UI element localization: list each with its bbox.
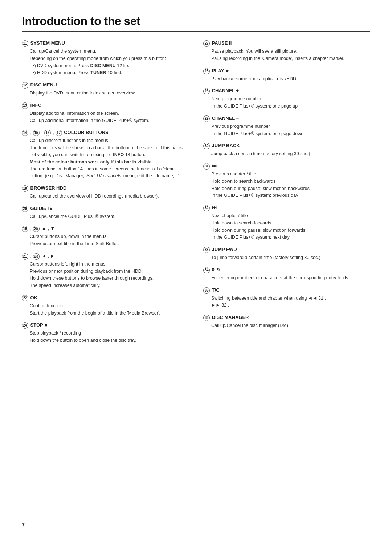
section-title-32: ⏭: [211, 205, 217, 210]
section-body-27: Pause playback. You will see a still pic…: [203, 48, 370, 62]
section-line-27-0: Pause playback. You will see a still pic…: [211, 48, 370, 55]
section-body-24: Stop playback / recordingHold down the b…: [22, 330, 189, 344]
section-header-36: 36 DISC MANAGER: [203, 315, 370, 321]
section-num-12: 12: [22, 82, 28, 89]
section-header-11: 11 SYSTEM MENU: [22, 40, 189, 47]
section-num-23: 23: [33, 253, 40, 260]
section-title-36: DISC MANAGER: [211, 315, 249, 320]
section-19-25: 19 , 25 ▲ , ▼Cursor buttons up, down in …: [22, 226, 189, 247]
section-line-14-17-0: Call up different functions in the menus…: [30, 137, 189, 144]
section-line-12-0: Display the DVD menu or the index screen…: [30, 90, 189, 97]
section-line-24-1: Hold down the button to open and close t…: [30, 337, 189, 344]
section-line-32-0: Next chapter / title: [211, 212, 370, 219]
section-body-34: For entering numbers or characters at th…: [203, 275, 370, 281]
section-num-13: 13: [22, 102, 28, 109]
section-num-20: 20: [22, 206, 28, 212]
section-num-14: 14: [22, 130, 28, 136]
section-line-29-0: Previous programme number: [211, 123, 370, 130]
section-header-18: 18 BROWSER HDD: [22, 185, 189, 192]
section-num-17: 17: [56, 130, 62, 136]
section-line-13-1: Call up additional information in the GU…: [30, 117, 189, 124]
section-body-11: Call up/Cancel the system menu.Depending…: [22, 48, 189, 76]
section-line-31-2: Hold down during pause: slow motion back…: [211, 185, 370, 192]
section-title-28: PLAY ►: [211, 68, 230, 73]
section-line-11-1: Depending on the operating mode from whi…: [30, 55, 189, 62]
section-body-35: Switching between title and chapter when…: [203, 295, 370, 309]
section-body-19-25: Cursor buttons up, down in the menus.Pre…: [22, 233, 189, 247]
section-title-21-23: ◄ , ►: [40, 253, 55, 259]
section-num-35: 35: [203, 287, 210, 294]
section-line-19-25-1: Previous or next title in the Time Shift…: [30, 240, 189, 247]
section-num-26: 26: [203, 88, 210, 94]
section-line-35-1: ►► 32 .: [211, 302, 370, 309]
section-12: 12 DISC MENUDisplay the DVD menu or the …: [22, 82, 189, 97]
section-num-25: 25: [33, 226, 40, 232]
section-header-24: 24 STOP ■: [22, 322, 189, 329]
section-line-21-23-3: The speed increases automatically.: [30, 282, 189, 289]
section-30: 30 JUMP BACKJump back a certain time (fa…: [203, 143, 370, 157]
section-27: 27 PAUSE IIPause playback. You will see …: [203, 40, 370, 62]
section-line-14-17-2: Most of the colour buttons work only if …: [30, 159, 189, 166]
section-29: 29 CHANNEL −Previous programme numberIn …: [203, 115, 370, 137]
section-num-16: 16: [44, 130, 51, 136]
section-title-29: CHANNEL −: [211, 115, 239, 121]
section-num-22: 22: [22, 295, 28, 301]
section-title-20: GUIDE/TV: [29, 206, 53, 211]
section-body-14-17: Call up different functions in the menus…: [22, 137, 189, 179]
section-line-32-3: In the GUIDE Plus+® system: next day: [211, 234, 370, 241]
section-34: 34 0..9For entering numbers or character…: [203, 267, 370, 281]
section-line-11-2: •) DVD system menu: Press DISC MENU 12 f…: [30, 62, 189, 69]
main-content: 11 SYSTEM MENUCall up/Cancel the system …: [22, 40, 370, 350]
section-title-27: PAUSE II: [211, 40, 232, 46]
section-body-18: Call up/cancel the overview of HDD recor…: [22, 193, 189, 200]
section-num-32: 32: [203, 205, 210, 211]
section-line-31-0: Previous chapter / title: [211, 171, 370, 178]
section-title-11: SYSTEM MENU: [29, 40, 65, 46]
section-num-33: 33: [203, 247, 210, 253]
section-20: 20 GUIDE/TVCall up/Cancel the GUIDE Plus…: [22, 206, 189, 220]
section-num-11: 11: [22, 40, 28, 47]
section-line-21-23-2: Hold down these buttons to browse faster…: [30, 275, 189, 282]
section-line-36-0: Call up/Cancel the disc manager (DM).: [211, 322, 370, 329]
section-title-13: INFO: [29, 102, 42, 108]
section-num-34: 34: [203, 267, 210, 273]
section-header-27: 27 PAUSE II: [203, 40, 370, 47]
section-header-29: 29 CHANNEL −: [203, 115, 370, 122]
section-line-26-1: In the GUIDE Plus+® system: one page up: [211, 103, 370, 110]
section-body-33: To jump forward a certain time (factory …: [203, 254, 370, 261]
section-header-14-17: 14 , 15 , 16 , 17 COLOUR BUTTONS: [22, 130, 189, 136]
section-header-31: 31 ⏮: [203, 163, 370, 170]
section-line-18-0: Call up/cancel the overview of HDD recor…: [30, 193, 189, 200]
section-32: 32 ⏭Next chapter / titleHold down to sea…: [203, 205, 370, 241]
section-line-21-23-0: Cursor buttons left, right in the menus.: [30, 261, 189, 268]
section-title-35: T/C: [211, 287, 220, 293]
section-num-29: 29: [203, 115, 210, 122]
section-line-29-1: In the GUIDE Plus+® system: one page dow…: [211, 130, 370, 137]
section-header-13: 13 INFO: [22, 102, 189, 109]
section-body-12: Display the DVD menu or the index screen…: [22, 90, 189, 97]
section-line-31-1: Hold down to search backwards: [211, 178, 370, 185]
section-line-22-0: Confirm function: [30, 303, 189, 309]
section-body-36: Call up/Cancel the disc manager (DM).: [203, 322, 370, 329]
section-body-20: Call up/Cancel the GUIDE Plus+® system.: [22, 213, 189, 220]
section-num-24: 24: [22, 322, 28, 329]
section-14-17: 14 , 15 , 16 , 17 COLOUR BUTTONSCall up …: [22, 130, 189, 179]
section-title-30: JUMP BACK: [211, 143, 240, 149]
section-header-12: 12 DISC MENU: [22, 82, 189, 89]
section-title-34: 0..9: [211, 267, 220, 272]
section-body-31: Previous chapter / titleHold down to sea…: [203, 171, 370, 199]
section-24: 24 STOP ■Stop playback / recordingHold d…: [22, 322, 189, 344]
section-body-29: Previous programme numberIn the GUIDE Pl…: [203, 123, 370, 137]
section-num-30: 30: [203, 143, 210, 149]
section-num-15: 15: [33, 130, 40, 136]
page-number: 7: [22, 522, 25, 528]
section-line-14-17-1: The functions will be shown in a bar at …: [30, 145, 189, 158]
section-line-27-1: Pausing recording in the 'Camera mode', …: [211, 55, 370, 62]
section-header-32: 32 ⏭: [203, 205, 370, 211]
section-11: 11 SYSTEM MENUCall up/Cancel the system …: [22, 40, 189, 76]
section-body-13: Display additional information on the sc…: [22, 110, 189, 124]
section-body-30: Jump back a certain time (factory settin…: [203, 150, 370, 157]
section-line-30-0: Jump back a certain time (factory settin…: [211, 150, 370, 157]
section-line-20-0: Call up/Cancel the GUIDE Plus+® system.: [30, 213, 189, 220]
section-line-19-25-0: Cursor buttons up, down in the menus.: [30, 233, 189, 240]
